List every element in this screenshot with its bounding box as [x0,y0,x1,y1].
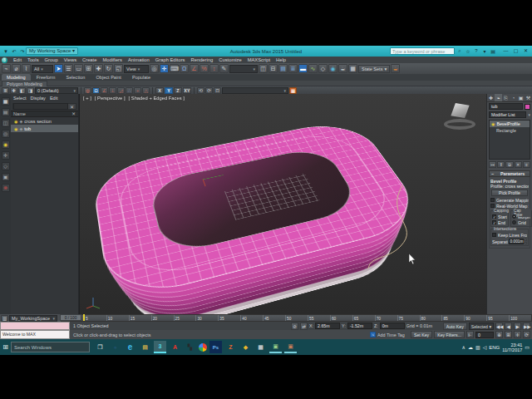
viewport-menu-view[interactable]: [ Perspective ] [95,96,126,101]
calculator-icon[interactable]: ▦ [254,341,267,353]
time-slider-handle[interactable]: 0 / 100 [60,314,81,321]
ribbon-tab[interactable]: Selection [61,74,90,81]
bind-to-space-warp-icon[interactable]: ⌇ [22,64,31,73]
menu-item[interactable]: Rendering [191,57,214,62]
cortana-icon[interactable]: ● [109,341,121,353]
edit-named-sets-icon[interactable]: ✎ [219,64,229,73]
scene-explorer-icon[interactable]: ▤ [278,64,288,73]
explorer-geometry-icon[interactable]: ▤ [2,108,10,116]
current-frame-marker[interactable] [83,314,85,321]
play-animation-icon[interactable]: ▶ [514,323,521,330]
scene-explorer-menu-item[interactable]: Edit [50,96,58,101]
volume-icon[interactable]: ◁ [483,344,487,350]
coord-y-field[interactable]: -1.52m [347,323,372,329]
named-selection-dropdown[interactable]: ▾ [229,65,258,73]
windows-search-input[interactable]: Search Windows [11,342,90,352]
snap-pin-icon[interactable]: Ω [92,87,100,94]
percent-snap-icon[interactable]: % [200,64,209,73]
explorer-lights-icon[interactable]: ◎ [2,130,10,138]
pin-stack-icon[interactable]: ⊶ [489,161,496,168]
menu-item[interactable]: Graph Editors [155,57,185,62]
select-and-link-icon[interactable]: ⌁ [2,64,11,73]
generate-mapping-checkbox[interactable] [490,198,495,202]
select-object-icon[interactable]: ➤ [54,64,63,73]
visibility-bulb-icon[interactable]: ◉ [14,126,17,131]
photoshop-icon[interactable]: Ps [209,341,222,353]
zoom-extents-icon[interactable]: ⊞ [505,331,512,338]
grid-object-icon[interactable]: ⊡ [214,87,221,94]
pick-profile-button[interactable]: Pick Profile [491,190,528,196]
maxscript-mini-listener[interactable]: Welcome to MAX [0,330,70,339]
edge-icon[interactable]: e [124,341,136,353]
remove-modifier-icon[interactable]: ✕ [515,161,522,168]
workspace-icon[interactable]: ▥ [1,315,8,322]
stack-item-bevelprofile[interactable]: ◉BevelProfile [490,121,530,127]
menu-item[interactable]: Help [276,57,286,62]
macro-recorder-field[interactable] [0,322,70,330]
selection-lock-icon[interactable]: ⊘ [291,323,298,330]
render-production-icon[interactable]: ☕ [391,64,400,73]
language-indicator[interactable]: ENG [489,345,500,350]
scene-explorer-search-input[interactable] [13,103,68,110]
explorer-cameras-icon[interactable]: ✛ [2,151,10,160]
layer-explorer-icon[interactable]: ≣ [288,64,298,73]
snap-vertex-icon[interactable]: ∴ [126,87,133,94]
start-button[interactable]: ⊞ [0,343,11,351]
signin-icon[interactable]: ☆ [465,48,471,54]
create-layer-icon[interactable]: ✚ [10,87,17,94]
apps-icon[interactable]: ▤ [490,48,496,54]
modify-tab[interactable]: ⌁ [495,94,502,101]
align-icon[interactable]: ⊟ [268,64,278,73]
yellow-app-icon[interactable]: ◆ [239,341,252,353]
snap-constrain-icon[interactable]: ⊥ [109,87,116,94]
onedrive-icon[interactable]: ☁ [468,344,473,350]
material-editor-icon[interactable]: ◉ [328,64,337,73]
motion-tab[interactable]: ◔ [510,94,517,101]
running-app-2-icon[interactable]: ▣ [284,341,297,353]
help-search-input[interactable]: Type a keyword or phrase [390,47,455,55]
object-color-swatch[interactable] [525,104,530,110]
axis-constraint-x[interactable]: X [155,87,164,94]
separation-field[interactable]: 0.001m [509,239,524,244]
explorer-bulb-icon[interactable]: ◉ [2,140,10,149]
layer-dropdown[interactable]: 0 (Default)▾ [35,87,78,94]
schematic-view-icon[interactable]: ◇ [318,64,328,73]
curve-editor-icon[interactable]: ∿ [308,64,318,73]
real-world-checkbox[interactable] [490,204,495,208]
axis-constraint-z[interactable]: Z [174,87,182,94]
pan-icon[interactable]: ✛ [514,331,521,338]
time-tag-icon[interactable]: ◔ [370,332,376,337]
key-filter-set-dropdown[interactable]: Selected ▾ [469,323,494,330]
menu-item[interactable]: Edit [13,57,22,62]
select-layer-icon[interactable]: ◨ [27,87,34,94]
menu-item[interactable]: Views [64,57,76,62]
tray-expand-icon[interactable]: ∧ [462,344,466,350]
menu-item[interactable]: MAXScript [248,57,270,62]
select-and-rotate-icon[interactable]: ↻ [104,64,113,73]
make-unique-icon[interactable]: ⧉ [505,161,513,168]
cap-end-checkbox[interactable]: ✓ [492,220,496,224]
stack-item-rectangle[interactable]: Rectangle [490,127,530,134]
hierarchy-tab[interactable]: ⎘ [502,94,510,101]
scene-explorer-menu-item[interactable]: Select [13,96,27,101]
workspace-selector-dropdown[interactable]: My_WorkingSpace▾ [9,315,57,322]
angle-snap-icon[interactable]: ∠ [190,64,199,73]
ribbon-toggle-icon[interactable]: ▬ [298,64,308,73]
sticky-keys-icon[interactable]: ⟲ [197,87,204,94]
orbit-icon[interactable]: ⟳ [523,331,530,338]
ribbon-tab[interactable]: Freeform [32,74,61,81]
3dsmax-icon[interactable]: 3 [154,341,166,353]
explorer-find-icon[interactable]: ▦ [2,97,10,106]
spinner-snap-icon[interactable]: ↕ [209,64,219,73]
running-app-1-icon[interactable]: ▣ [269,341,282,353]
window-crossing-icon[interactable]: ⊞ [84,64,93,73]
modifier-bulb-icon[interactable]: ◉ [491,121,495,126]
snap-angle-icon[interactable]: ∠ [101,87,108,94]
explorer-helpers-icon[interactable]: ◇ [2,162,10,170]
coord-z-field[interactable]: 0m [380,323,405,329]
select-and-manipulate-icon[interactable]: ✛ [160,64,169,73]
utilities-tab[interactable]: ⚒ [525,94,532,101]
profile-spline[interactable] [80,94,486,314]
select-by-name-icon[interactable]: ☰ [64,64,73,73]
maximize-button[interactable]: ▢ [511,47,520,55]
